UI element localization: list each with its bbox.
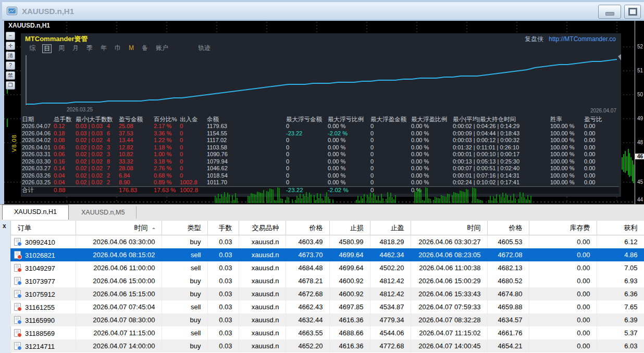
order-type-dot xyxy=(17,320,22,324)
minimize-button[interactable] xyxy=(598,5,621,19)
order-cell-close_time: 2026.04.07 07:59:33 xyxy=(411,300,487,313)
order-cell-lots: 0.03 xyxy=(207,274,239,287)
order-cell-lots: 0.03 xyxy=(207,313,239,326)
price-scale: 5251504948454446 xyxy=(635,21,644,204)
order-row[interactable]: 309924102026.04.06 03:30:00buy0.03xauusd… xyxy=(10,235,644,249)
order-row[interactable]: 310759122026.04.06 15:15:00buy0.03xauusd… xyxy=(10,287,644,300)
order-cell-order: 31073977 xyxy=(10,274,76,287)
order-cell-symbol: xauusd.n xyxy=(239,235,286,249)
restore-icon xyxy=(628,8,637,16)
order-cell-symbol: xauusd.n xyxy=(239,313,286,326)
order-cell-tp: 4544.06 xyxy=(370,326,411,339)
order-cell-open_price: 4632.44 xyxy=(286,313,329,326)
bottom-tab-0[interactable]: XAUUSD.n,H1 xyxy=(2,205,69,220)
chart-toolbar: −✛清?禁❐ xyxy=(6,32,15,90)
order-number: 31161255 xyxy=(25,304,55,311)
collapse-icon[interactable]: − xyxy=(6,32,15,40)
order-cell-close_price: 4672.08 xyxy=(487,248,529,261)
order-type-dot xyxy=(17,333,22,337)
order-cell-symbol: xauusd.n xyxy=(239,287,286,300)
orders-header-11[interactable]: 获利 xyxy=(597,221,644,235)
price-scale-label: 45 xyxy=(637,179,643,185)
move-icon[interactable]: ✛ xyxy=(6,42,15,50)
order-cell-type: sell xyxy=(162,300,207,313)
orders-header-3[interactable]: 手数 xyxy=(207,221,239,235)
volume-bars-and-candles xyxy=(4,21,644,204)
order-cell-open_price: 4652.20 xyxy=(286,339,329,352)
order-cell-open_price: 4662.43 xyxy=(286,300,329,313)
orders-table: 订单时间类型手数交易品种价格止损止盈时间价格库存费获利309924102026.… xyxy=(10,221,644,352)
order-number: 31075912 xyxy=(25,291,55,298)
restore-window-icon[interactable]: ❐ xyxy=(6,81,15,90)
order-cell-close_price: 4661.76 xyxy=(487,326,529,339)
order-cell-symbol: xauusd.n xyxy=(239,300,286,313)
forbid-icon[interactable]: 禁 xyxy=(6,71,15,80)
sell-order-icon xyxy=(14,251,21,259)
order-row[interactable]: 311885692026.04.07 11:15:00sell0.03xauus… xyxy=(10,326,644,339)
orders-header-6[interactable]: 止损 xyxy=(329,221,370,235)
chart-symbol-label: XAUUSD.n,H1 xyxy=(8,22,50,29)
order-type-dot xyxy=(17,281,22,285)
order-cell-open_price: 4678.21 xyxy=(286,274,329,287)
order-cell-close_price: 4634.57 xyxy=(487,313,529,326)
order-cell-close_time: 2026.04.06 03:30:27 xyxy=(411,235,487,249)
order-row[interactable]: 311612552026.04.07 07:45:04sell0.03xauus… xyxy=(10,300,644,313)
order-cell-close_time: 2026.04.07 11:15:02 xyxy=(411,326,487,339)
orders-header-7[interactable]: 止盈 xyxy=(370,221,411,235)
order-cell-tp: 4812.42 xyxy=(370,287,411,300)
order-cell-order: 31214711 xyxy=(10,339,76,352)
order-cell-order: 31049297 xyxy=(10,261,76,274)
order-cell-open_time: 2026.04.06 15:00:00 xyxy=(76,274,162,287)
minimize-icon xyxy=(605,12,614,16)
order-row[interactable]: 310492972026.04.06 11:00:00sell0.03xauus… xyxy=(10,261,644,274)
order-cell-close_time: 2026.04.06 15:00:29 xyxy=(411,274,487,287)
order-number: 31049297 xyxy=(25,264,55,272)
orders-header-10[interactable]: 库存费 xyxy=(529,221,597,235)
chart-area[interactable]: XAUUSD.n,H1 −✛清?禁❐ V8.08 MTCommander资管 复… xyxy=(4,21,644,204)
bottom-tab-1[interactable]: XAUUSD.n,M5 xyxy=(70,206,137,219)
order-cell-open_price: 4684.48 xyxy=(286,261,329,274)
order-cell-profit: 5.37 xyxy=(597,326,644,339)
order-cell-symbol: xauusd.n xyxy=(239,274,286,287)
order-row[interactable]: 310268212026.04.06 08:15:02sell0.03xauus… xyxy=(10,248,644,261)
order-cell-open_price: 4672.68 xyxy=(286,287,329,300)
order-cell-type: sell xyxy=(162,248,207,261)
order-cell-tp: 4462.34 xyxy=(370,248,411,261)
order-cell-swap: 0.00 xyxy=(529,300,597,313)
order-row[interactable]: 311659902026.04.07 08:30:00buy0.03xauusd… xyxy=(10,313,644,326)
order-cell-swap: 0.00 xyxy=(529,235,597,249)
orders-header-8[interactable]: 时间 xyxy=(411,221,487,235)
order-cell-tp: 4534.87 xyxy=(370,300,411,313)
order-cell-tp: 4818.29 xyxy=(370,235,411,249)
order-cell-profit: 6.39 xyxy=(597,313,644,326)
restore-button[interactable] xyxy=(624,5,641,19)
order-cell-symbol: xauusd.n xyxy=(239,326,286,339)
order-number: 31188569 xyxy=(25,330,55,337)
order-cell-swap: 0.00 xyxy=(529,326,597,339)
order-row[interactable]: 310739772026.04.06 15:00:00buy0.03xauusd… xyxy=(10,274,644,287)
order-cell-profit: 6.93 xyxy=(597,274,644,287)
price-scale-label: 52 xyxy=(637,44,643,49)
clear-icon[interactable]: 清 xyxy=(6,52,15,60)
order-cell-profit: 7.65 xyxy=(597,300,644,313)
order-cell-sl: 4580.99 xyxy=(329,235,370,249)
order-number: 30992410 xyxy=(25,238,55,246)
order-cell-sl: 4616.36 xyxy=(329,313,370,326)
orders-header-1[interactable]: 时间 xyxy=(76,221,162,235)
close-panel-icon[interactable]: x xyxy=(3,223,6,229)
order-row[interactable]: 312147112026.04.07 14:00:00buy0.03xauusd… xyxy=(10,339,644,352)
orders-header-2[interactable]: 类型 xyxy=(162,221,207,235)
orders-header-0[interactable]: 订单 xyxy=(10,221,76,235)
order-cell-lots: 0.03 xyxy=(207,326,239,339)
order-type-dot xyxy=(17,268,22,272)
price-scale-label: 44 xyxy=(637,197,643,203)
orders-header-4[interactable]: 交易品种 xyxy=(239,221,286,235)
order-cell-lots: 0.03 xyxy=(207,339,239,352)
orders-header-9[interactable]: 价格 xyxy=(487,221,529,235)
orders-header-5[interactable]: 价格 xyxy=(286,221,329,235)
order-cell-open_time: 2026.04.06 11:00:00 xyxy=(76,261,162,274)
help-icon[interactable]: ? xyxy=(6,61,15,70)
order-cell-profit: 4.86 xyxy=(597,248,644,261)
buy-order-icon xyxy=(14,277,21,285)
order-cell-order: 31075912 xyxy=(10,287,76,300)
